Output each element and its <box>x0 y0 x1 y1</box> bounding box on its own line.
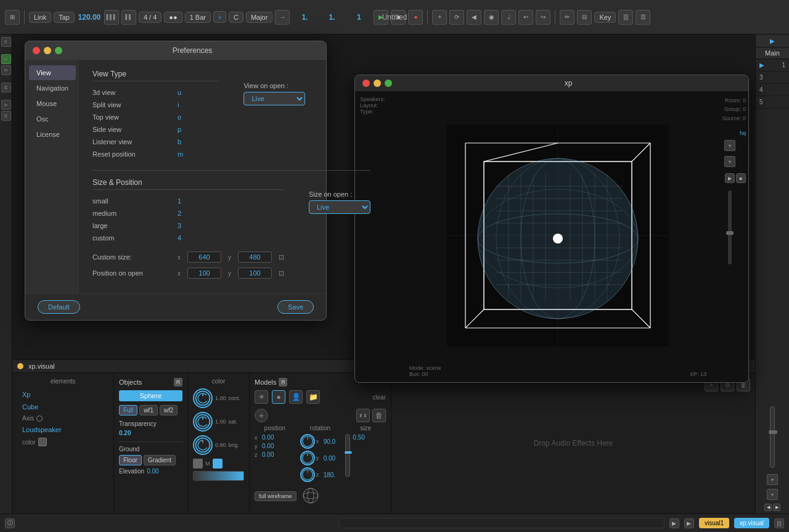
clear-button[interactable]: clear <box>372 394 386 401</box>
objects-r-badge[interactable]: R <box>174 378 182 387</box>
gradient-button[interactable]: Gradient <box>144 455 176 465</box>
custom-size-y-input[interactable] <box>238 252 272 263</box>
add-model-button[interactable]: + <box>255 409 268 422</box>
wf1-button[interactable]: wf1 <box>139 405 158 415</box>
redo-icon[interactable]: ↪ <box>536 10 550 25</box>
rot-y-knob[interactable] <box>300 451 315 465</box>
status-play-icon-2[interactable]: ▶ <box>684 518 694 528</box>
arrow-icons[interactable]: ⬆⬇ <box>356 409 370 422</box>
sun-icon[interactable]: ☀ <box>255 390 268 404</box>
right-dropdown-1[interactable]: ▾ <box>767 474 778 485</box>
copy-size-icon[interactable]: ⊡ <box>279 253 284 261</box>
follow-icon[interactable]: → <box>275 10 290 25</box>
nav-item-osc[interactable]: Osc <box>29 112 76 126</box>
save-button[interactable]: Save <box>277 300 314 314</box>
status-play-icon[interactable]: ▶ <box>669 518 679 528</box>
root-note-select[interactable]: C <box>229 12 243 23</box>
default-button[interactable]: Default <box>38 300 80 314</box>
wf2-button[interactable]: wf2 <box>160 405 178 415</box>
undo-icon[interactable]: ↩ <box>518 10 533 25</box>
gray-swatch[interactable] <box>193 459 203 469</box>
size-slider[interactable] <box>345 434 350 477</box>
fader-thumb[interactable] <box>726 231 734 235</box>
loop-icon[interactable]: ⟳ <box>449 10 464 25</box>
prefs-maximize-button[interactable] <box>55 47 62 54</box>
sidebar-item-m2[interactable]: M <box>1 111 11 121</box>
element-xp[interactable]: Xp <box>17 388 108 401</box>
grid2-icon[interactable]: ⊟ <box>577 10 592 25</box>
folder-icon[interactable]: 📁 <box>306 390 320 404</box>
bar-length-select[interactable]: 1 Bar <box>185 12 211 23</box>
floor-button[interactable]: Floor <box>119 455 142 465</box>
full-wireframe-button[interactable]: full wireframe <box>255 491 296 501</box>
time-sig-display[interactable]: 4 / 4 <box>139 12 161 23</box>
xp-3d-viewport[interactable] <box>447 125 669 346</box>
status-search-input[interactable] <box>339 518 664 528</box>
nav-item-mouse[interactable]: Mouse <box>29 96 76 111</box>
prefs-minimize-button[interactable] <box>44 47 51 54</box>
trash-icon[interactable]: 🗑 <box>372 409 386 422</box>
right-dropdown-2[interactable]: ▾ <box>767 489 778 500</box>
visual1-tab[interactable]: visual1 <box>699 518 729 528</box>
sidebar-item-1[interactable]: vi <box>1 37 11 47</box>
transport-play-icon[interactable]: ▶ <box>725 173 735 183</box>
rp-play-icon[interactable]: ▶ <box>759 62 764 68</box>
grid-icon[interactable]: ⊞ <box>5 10 20 25</box>
models-r-badge[interactable]: R <box>279 378 287 387</box>
element-axis[interactable]: Axis <box>17 413 108 424</box>
note-mode-select[interactable]: ●● <box>164 12 182 23</box>
xp-maximize-button[interactable] <box>385 80 392 87</box>
dropdown-1[interactable]: ▾ <box>724 140 735 151</box>
view-on-open-select[interactable]: Live 3d view Top view <box>243 92 305 105</box>
rt-icon-2[interactable]: ▶ <box>773 504 780 511</box>
key-button[interactable]: Key <box>594 12 616 23</box>
drop-audio-area[interactable]: + ⚙ 🗑 Drop Audio Effects Here <box>391 373 755 514</box>
element-cube[interactable]: Cube <box>17 401 108 413</box>
custom-size-x-input[interactable] <box>187 252 221 263</box>
nav-item-license[interactable]: License <box>29 127 76 142</box>
right-fader[interactable] <box>770 406 775 468</box>
scale-select[interactable]: Major <box>246 12 273 23</box>
sidebar-item-m[interactable]: M <box>1 83 11 92</box>
record-button[interactable]: ● <box>408 10 423 25</box>
cont-knob[interactable] <box>193 388 213 408</box>
bpm-display[interactable]: 120.00 <box>77 13 102 22</box>
tap-button[interactable]: Tap <box>54 12 75 23</box>
status-info-icon[interactable]: ⓘ <box>5 518 15 528</box>
size-on-open-select[interactable]: Live small medium large custom <box>309 200 370 214</box>
xpvisual-tab[interactable]: xp.visual <box>734 518 769 528</box>
sphere-icon[interactable]: ● <box>272 390 285 404</box>
prefs-close-button[interactable] <box>33 47 40 54</box>
bars-icon[interactable]: ||| <box>618 10 633 25</box>
add-icon[interactable]: + <box>432 10 447 25</box>
status-bars-icon[interactable]: ||| <box>774 518 784 528</box>
rot-z-knob[interactable] <box>300 467 315 482</box>
back-icon[interactable]: ◀ <box>467 10 481 25</box>
link-button[interactable]: Link <box>29 12 51 23</box>
brig-knob[interactable] <box>193 435 213 455</box>
transport-stop-icon[interactable]: ■ <box>736 173 746 183</box>
color-gradient-bar[interactable] <box>193 471 244 481</box>
sidebar-item-a[interactable]: A <box>1 54 11 64</box>
sidebar-item-a2[interactable]: A <box>1 100 11 110</box>
rot-x-knob[interactable] <box>300 434 315 449</box>
sidebar-item-e[interactable]: E <box>1 65 11 75</box>
sat-knob[interactable] <box>193 412 213 432</box>
full-button[interactable]: Full <box>119 405 137 415</box>
metronome-icon[interactable]: ♩ <box>501 10 516 25</box>
nav-item-view[interactable]: View <box>29 65 76 80</box>
position-x-input[interactable] <box>187 268 221 279</box>
person-icon[interactable]: 👤 <box>289 390 303 404</box>
right-panel-play-icon[interactable]: ▶ <box>770 38 775 44</box>
position-y-input[interactable] <box>238 268 272 279</box>
element-loudspeaker[interactable]: Loudspeaker <box>17 424 108 436</box>
menu-icon[interactable]: ☰ <box>636 10 650 25</box>
key-select[interactable]: ♭ <box>213 11 226 23</box>
fader-track[interactable] <box>728 190 732 264</box>
pen-icon[interactable]: ✏ <box>560 10 574 25</box>
copy-pos-icon[interactable]: ⊡ <box>279 269 284 277</box>
xp-canvas-area[interactable]: Mode: scene Bus: 00 XP: 13 <box>404 91 711 380</box>
dropdown-2[interactable]: ▾ <box>724 156 735 167</box>
punch-icon[interactable]: ◉ <box>484 10 499 25</box>
color-swatch[interactable] <box>38 438 47 446</box>
